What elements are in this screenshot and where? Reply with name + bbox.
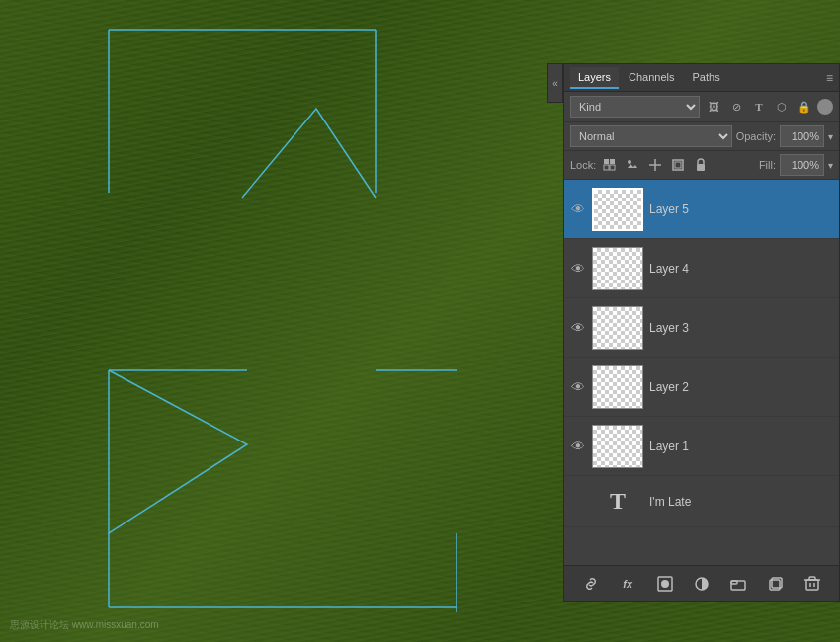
opacity-label: Opacity:	[736, 130, 776, 142]
svg-point-9	[628, 160, 631, 164]
add-layer-style-button[interactable]: fx	[617, 573, 638, 595]
lock-transparent-icon[interactable]	[600, 155, 620, 175]
adjustment-filter-icon[interactable]: ⊘	[726, 97, 746, 117]
lock-position-icon[interactable]	[645, 155, 665, 175]
layer-item-3[interactable]: 👁 Layer 3	[564, 298, 839, 358]
panel-collapse-button[interactable]: «	[547, 63, 563, 103]
svg-rect-14	[697, 164, 705, 171]
layer-4-visibility[interactable]: 👁	[570, 261, 586, 277]
layer-1-name: Layer 1	[649, 440, 833, 453]
fill-label: Fill:	[759, 159, 776, 171]
layer-4-thumbnail	[592, 247, 643, 290]
shape-filter-icon[interactable]: ⬡	[772, 97, 792, 117]
svg-rect-13	[675, 162, 681, 168]
panel-tabs: Layers Channels Paths ≡	[564, 64, 839, 92]
tab-paths[interactable]: Paths	[685, 67, 728, 89]
kind-filter-row: Kind 🖼 ⊘ T ⬡ 🔒	[564, 92, 839, 122]
layer-2-thumbnail	[592, 365, 643, 409]
kind-select[interactable]: Kind	[570, 96, 700, 118]
layer-2-visibility[interactable]: 👁	[570, 379, 586, 395]
layers-panel: Layers Channels Paths ≡ Kind 🖼 ⊘ T ⬡ 🔒 N…	[563, 63, 840, 602]
blend-opacity-row: Normal Opacity: ▾	[564, 122, 839, 151]
delete-layer-button[interactable]	[801, 573, 823, 595]
add-mask-button[interactable]	[654, 573, 676, 595]
layers-list: 👁 Layer 5 👁 Layer 4 👁 Layer 3 👁	[564, 180, 839, 565]
svg-rect-8	[610, 159, 615, 164]
lock-image-icon[interactable]	[623, 155, 642, 175]
svg-rect-22	[806, 580, 818, 590]
lock-filter-icon[interactable]: 🔒	[795, 97, 814, 117]
add-adjustment-button[interactable]	[691, 573, 713, 595]
lock-artboard-icon[interactable]	[668, 155, 688, 175]
layer-item-2[interactable]: 👁 Layer 2	[564, 358, 839, 417]
panel-menu-icon[interactable]: ≡	[826, 71, 833, 85]
layer-1-thumbnail	[592, 425, 643, 468]
svg-rect-6	[610, 165, 615, 170]
fill-input[interactable]	[780, 154, 824, 176]
layer-4-name: Layer 4	[649, 262, 833, 276]
tab-group: Layers Channels Paths	[570, 67, 728, 89]
fill-dropdown-icon[interactable]: ▾	[828, 160, 833, 171]
layer-3-visibility[interactable]: 👁	[570, 320, 586, 336]
type-filter-icon[interactable]: T	[749, 97, 769, 117]
image-filter-icon[interactable]: 🖼	[704, 97, 723, 117]
text-layer-name: I'm Late	[649, 495, 833, 509]
lock-all-icon[interactable]	[691, 155, 711, 175]
kind-icons-group: 🖼 ⊘ T ⬡ 🔒	[704, 97, 833, 117]
panel-controls: ≡	[826, 71, 833, 85]
layer-5-thumbnail	[592, 188, 643, 231]
layer-item-text[interactable]: 👁 T I'm Late	[564, 476, 839, 527]
layer-2-name: Layer 2	[649, 380, 833, 394]
text-layer-icon: T	[592, 484, 643, 520]
layer-5-visibility[interactable]: 👁	[570, 201, 586, 217]
layer-1-visibility[interactable]: 👁	[570, 439, 586, 454]
layer-3-thumbnail	[592, 306, 643, 350]
svg-point-16	[661, 580, 669, 588]
lock-label: Lock:	[570, 159, 596, 171]
tab-channels[interactable]: Channels	[621, 67, 682, 89]
watermark: 思源设计论坛 www.missxuan.com	[10, 618, 159, 632]
lock-fill-row: Lock: Fill: ▾	[564, 151, 839, 180]
layer-item-1[interactable]: 👁 Layer 1	[564, 417, 839, 476]
blend-mode-select[interactable]: Normal	[570, 125, 732, 147]
svg-rect-7	[604, 165, 609, 170]
circle-filter-icon[interactable]	[817, 99, 833, 115]
link-layers-button[interactable]	[580, 573, 602, 595]
create-layer-button[interactable]	[765, 573, 787, 595]
bottom-toolbar: fx	[564, 565, 839, 601]
svg-rect-5	[604, 159, 609, 164]
create-group-button[interactable]	[727, 573, 749, 595]
layer-item-4[interactable]: 👁 Layer 4	[564, 239, 839, 298]
svg-rect-18	[731, 581, 745, 590]
svg-rect-26	[809, 577, 815, 580]
layer-5-name: Layer 5	[649, 202, 833, 216]
layer-item-5[interactable]: 👁 Layer 5	[564, 180, 839, 239]
tab-layers[interactable]: Layers	[570, 67, 619, 89]
layer-3-name: Layer 3	[649, 321, 833, 335]
svg-rect-19	[731, 581, 737, 584]
opacity-dropdown-icon[interactable]: ▾	[828, 131, 833, 142]
opacity-input[interactable]	[780, 125, 824, 147]
lock-icons-group	[600, 155, 755, 175]
